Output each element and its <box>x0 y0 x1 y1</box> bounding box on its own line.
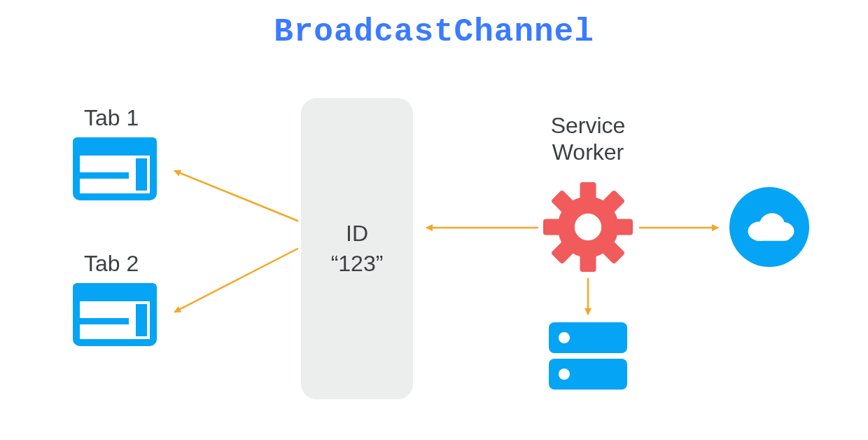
arrow-channel-to-tab1 <box>175 171 298 221</box>
browser-window-icon <box>73 283 157 346</box>
service-worker-label-line1: Service <box>551 113 626 138</box>
tab2-label: Tab 2 <box>84 251 139 277</box>
service-worker-label: Service Worker <box>518 112 658 166</box>
cloud-icon <box>728 186 811 268</box>
diagram-canvas: BroadcastChannel Tab 1 Tab 2 ID “123” Se… <box>0 0 868 440</box>
gear-icon <box>543 182 633 272</box>
arrow-channel-to-tab2 <box>175 249 298 312</box>
svg-rect-14 <box>751 228 791 241</box>
diagram-title: BroadcastChannel <box>0 14 868 50</box>
channel-id-value: “123” <box>331 249 384 279</box>
channel-id-label: ID <box>346 219 368 249</box>
browser-window-icon <box>73 137 157 200</box>
tab1-label: Tab 1 <box>84 105 139 131</box>
server-storage-icon <box>549 322 627 395</box>
broadcast-channel-box: ID “123” <box>301 98 413 399</box>
service-worker-label-line2: Worker <box>552 139 624 165</box>
svg-point-9 <box>575 214 601 240</box>
